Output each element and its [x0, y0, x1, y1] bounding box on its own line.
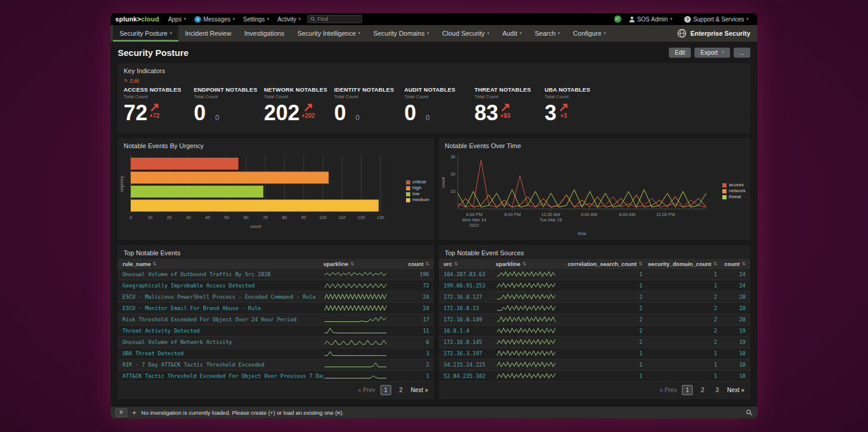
kpi-uba-notables[interactable]: UBA NOTABLESTotal Count3↗+3 — [545, 86, 615, 125]
appnav-tab-security-domains[interactable]: Security Domains▾ — [367, 25, 436, 42]
pagination-page-2[interactable]: 2 — [698, 386, 707, 395]
pagination-page-1[interactable]: 1 — [380, 385, 391, 395]
cell-rule-name[interactable]: ESCU - Monitor Email For Brand Abuse - R… — [122, 305, 323, 311]
legend-item-low[interactable]: low — [406, 191, 429, 197]
cell-rule-name[interactable]: Threat Activity Detected — [122, 328, 323, 334]
cell-security-domain-count[interactable]: 1 — [643, 373, 718, 379]
cell-security-domain-count[interactable]: 1 — [643, 362, 718, 368]
investigation-search-icon[interactable] — [746, 409, 753, 416]
cell-count[interactable]: 11 — [400, 328, 429, 334]
cell-count[interactable]: 2 — [400, 362, 429, 368]
pagination-page-1[interactable]: 1 — [682, 385, 693, 395]
cell-correlation-search-count[interactable]: 2 — [568, 305, 643, 311]
cell-rule-name[interactable]: Geographically Improbable Access Detecte… — [122, 283, 323, 289]
cell-src[interactable]: 34.215.24.225 — [444, 362, 496, 368]
legend-item-threat[interactable]: threat — [722, 194, 746, 200]
legend-item-medium[interactable]: medium — [406, 197, 429, 203]
cell-security-domain-count[interactable]: 1 — [643, 271, 718, 277]
cell-correlation-search-count[interactable]: 2 — [568, 317, 643, 323]
pagination-prev[interactable]: « Prev — [660, 387, 677, 393]
cell-rule-name[interactable]: ATT&CK Tactic Threshold Exceeded For Obj… — [122, 373, 323, 379]
table-row[interactable]: RIR - 7 Day ATT&CK Tactic Threshold Exce… — [118, 359, 434, 371]
cell-correlation-search-count[interactable]: 1 — [568, 271, 643, 277]
cell-correlation-search-count[interactable]: 2 — [568, 339, 643, 345]
topnav-menu-messages[interactable]: 4Messages▾ — [190, 13, 239, 25]
table-row[interactable]: 172.16.3.1971118 — [439, 348, 750, 359]
cell-src[interactable]: 52.84.235.102 — [444, 373, 496, 379]
topnav-menu-settings[interactable]: Settings▾ — [239, 13, 273, 25]
edit-indicators-link[interactable]: ✎ Edit — [118, 77, 145, 84]
column-header-rule-name[interactable]: rule_name⇅ — [122, 261, 323, 267]
table-row[interactable]: Threat Activity Detected11 — [118, 325, 434, 337]
pagination-page-3[interactable]: 3 — [713, 386, 722, 395]
appnav-tab-search[interactable]: Search▾ — [528, 25, 566, 42]
cell-count[interactable]: 18 — [717, 350, 746, 356]
investigation-list-button[interactable]: ≡ — [115, 408, 127, 417]
cell-rule-name[interactable]: RIR - 7 Day ATT&CK Tactic Threshold Exce… — [122, 362, 323, 368]
pagination-prev[interactable]: « Prev — [358, 387, 375, 393]
bar-high[interactable] — [131, 172, 329, 184]
bar-low[interactable] — [131, 186, 263, 198]
table-row[interactable]: 10.0.1.42219 — [439, 325, 750, 337]
cell-count[interactable]: 1 — [400, 373, 429, 379]
table-row[interactable]: 172.16.0.132220 — [439, 303, 750, 314]
kpi-endpoint-notables[interactable]: ENDPOINT NOTABLESTotal Count00 — [194, 86, 264, 125]
cell-src[interactable]: 172.16.0.127 — [444, 294, 496, 300]
column-header-sparkline[interactable]: sparkline⇅ — [323, 261, 400, 267]
export-button[interactable]: Export▾ — [694, 48, 729, 58]
cell-count[interactable]: 3 — [400, 350, 429, 356]
table-row[interactable]: 172.16.0.1272220 — [439, 292, 750, 303]
table-row[interactable]: 34.215.24.2251118 — [439, 359, 750, 371]
cell-security-domain-count[interactable]: 2 — [643, 294, 718, 300]
table-row[interactable]: ESCU - Monitor Email For Brand Abuse - R… — [118, 303, 434, 314]
kpi-identity-notables[interactable]: IDENTITY NOTABLESTotal Count00 — [334, 86, 404, 125]
cell-rule-name[interactable]: Unusual Volume of Network Activity — [122, 339, 323, 345]
cell-correlation-search-count[interactable]: 2 — [568, 328, 643, 334]
cell-count[interactable]: 24 — [400, 294, 429, 300]
appnav-tab-security-posture[interactable]: Security Posture▾ — [113, 25, 178, 42]
cell-count[interactable]: 72 — [400, 283, 429, 289]
cell-count[interactable]: 18 — [717, 362, 746, 368]
cell-count[interactable]: 20 — [717, 305, 746, 311]
appnav-tab-security-intelligence[interactable]: Security Intelligence▾ — [291, 25, 367, 42]
table-row[interactable]: 52.84.235.1021118 — [439, 371, 750, 382]
kpi-access-notables[interactable]: ACCESS NOTABLESTotal Count72↗+72 — [124, 86, 194, 125]
edit-button[interactable]: Edit — [669, 48, 691, 58]
splunk-cloud-logo[interactable]: splunk>cloud — [115, 15, 159, 23]
table-row[interactable]: 172.16.0.1492220 — [439, 314, 750, 325]
cell-rule-name[interactable]: UBA Threat Detected — [122, 350, 323, 356]
enterprise-security-brand[interactable]: Enterprise Security — [672, 25, 755, 42]
pagination-next[interactable]: Next » — [727, 387, 744, 393]
legend-item-access[interactable]: access — [722, 182, 746, 188]
bar-medium[interactable] — [131, 200, 379, 212]
topnav-menu-activity[interactable]: Activity▾ — [273, 13, 305, 25]
cell-src[interactable]: 172.16.0.145 — [444, 339, 496, 345]
cell-security-domain-count[interactable]: 2 — [643, 328, 718, 334]
cell-count[interactable]: 6 — [400, 339, 429, 345]
pagination-page-2[interactable]: 2 — [397, 386, 406, 395]
cell-count[interactable]: 24 — [717, 283, 746, 289]
cell-src[interactable]: 10.0.1.4 — [444, 328, 496, 334]
cell-count[interactable]: 18 — [717, 373, 746, 379]
bar-critical[interactable] — [131, 158, 238, 170]
appnav-tab-cloud-security[interactable]: Cloud Security▾ — [436, 25, 496, 42]
column-header-sparkline[interactable]: sparkline⇅ — [496, 261, 568, 267]
cell-security-domain-count[interactable]: 1 — [643, 283, 718, 289]
column-header-count[interactable]: count⇅ — [400, 261, 429, 267]
cell-correlation-search-count[interactable]: 2 — [568, 294, 643, 300]
cell-rule-name[interactable]: Unusual Volume of Outbound Traffic By Sr… — [122, 271, 323, 277]
cell-count[interactable]: 17 — [400, 317, 429, 323]
table-row[interactable]: ATT&CK Tactic Threshold Exceeded For Obj… — [118, 371, 434, 382]
cell-count[interactable]: 196 — [400, 271, 429, 277]
cell-correlation-search-count[interactable]: 1 — [568, 373, 643, 379]
appnav-tab-configure[interactable]: Configure▾ — [567, 25, 612, 42]
cell-security-domain-count[interactable]: 2 — [643, 305, 718, 311]
cell-count[interactable]: 19 — [717, 328, 746, 334]
kpi-audit-notables[interactable]: AUDIT NOTABLESTotal Count00 — [404, 86, 474, 125]
appnav-tab-investigations[interactable]: Investigations — [238, 25, 291, 42]
add-investigation-button[interactable]: + — [132, 409, 137, 417]
table-row[interactable]: UBA Threat Detected3 — [118, 348, 434, 359]
support-menu[interactable]: ? Support & Services ▾ — [680, 16, 753, 23]
cell-count[interactable]: 20 — [717, 317, 746, 323]
legend-item-critical[interactable]: critical — [406, 179, 429, 185]
